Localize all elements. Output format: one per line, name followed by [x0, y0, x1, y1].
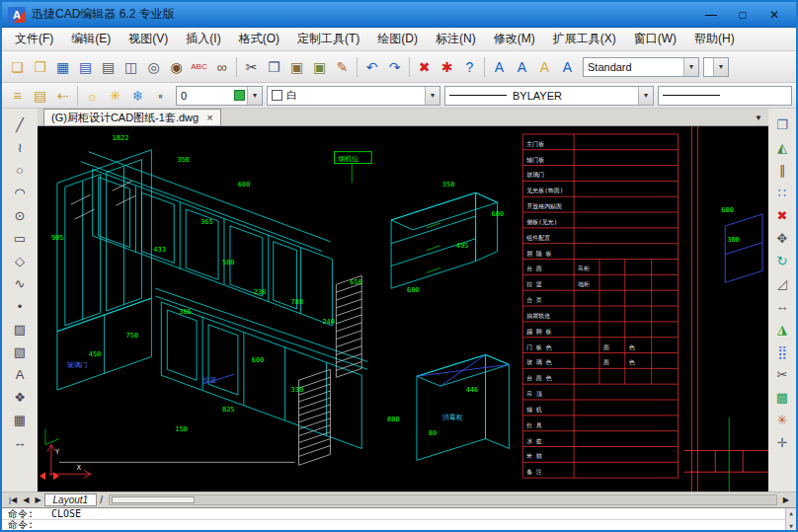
menu-item[interactable]: 文件(F) — [6, 28, 62, 50]
menu-item[interactable]: 标注(N) — [427, 28, 485, 50]
open-file-icon[interactable]: ❒ — [29, 56, 51, 78]
text-style-combo[interactable]: Standard ▾ — [583, 57, 699, 77]
minimize-button[interactable]: — — [695, 5, 727, 25]
spell-check-icon[interactable]: ABC — [188, 56, 210, 78]
find-icon[interactable]: ◉ — [165, 56, 188, 78]
menu-item[interactable]: 定制工具(T) — [288, 28, 368, 50]
sun-icon[interactable]: ✳ — [104, 85, 126, 107]
mirror-3d-icon[interactable]: ◮ — [770, 318, 794, 341]
dimension-icon[interactable]: ↔ — [8, 431, 32, 454]
close-button[interactable]: ✕ — [758, 5, 790, 25]
scroll-right-icon[interactable]: ▶ — [780, 495, 792, 504]
layer-lock-icon[interactable]: ▪ — [149, 85, 172, 107]
redo-icon[interactable]: ↷ — [383, 56, 406, 78]
text-edit-icon[interactable]: A — [556, 56, 579, 78]
stretch-icon[interactable]: ↔ — [770, 295, 794, 318]
menu-item[interactable]: 扩展工具(X) — [544, 28, 625, 50]
scroll-up-icon[interactable]: ▲ — [789, 509, 793, 516]
tab-nav-prev-icon[interactable]: ◀ — [20, 495, 32, 504]
table-icon[interactable]: ▦ — [8, 409, 32, 431]
save-all-icon[interactable]: ▤ — [74, 56, 97, 78]
text-style-icon[interactable]: A — [488, 56, 511, 78]
tab-list-icon[interactable]: ▼ — [755, 114, 762, 125]
block-icon[interactable]: ❖ — [8, 386, 32, 409]
freeze-icon[interactable]: ❄ — [126, 85, 149, 107]
polyline-icon[interactable]: ≀ — [8, 136, 32, 159]
text-align-combo[interactable]: ▾ — [703, 57, 729, 77]
linetype-combo[interactable]: BYLAYER ▾ — [444, 86, 654, 106]
menu-item[interactable]: 修改(M) — [485, 28, 544, 50]
cut-icon[interactable]: ✂ — [240, 56, 263, 78]
menu-item[interactable]: 插入(I) — [177, 28, 229, 50]
binoculars-icon[interactable]: ∞ — [210, 56, 233, 78]
spline-icon[interactable]: ∿ — [8, 272, 32, 295]
paste-icon[interactable]: ▣ — [285, 56, 308, 78]
region-icon[interactable]: ▩ — [770, 386, 794, 409]
light-bulb-icon[interactable]: ☼ — [81, 85, 104, 107]
menu-item[interactable]: 格式(O) — [230, 28, 288, 50]
save-icon[interactable]: ▦ — [51, 56, 74, 78]
menu-item[interactable]: 视图(V) — [120, 28, 177, 50]
purge-icon[interactable]: ✱ — [436, 56, 458, 78]
layout-tab[interactable]: Layout1 — [44, 494, 98, 506]
rotate-icon[interactable]: ↻ — [770, 250, 794, 272]
command-input-line[interactable]: 命令: — [2, 519, 796, 530]
menu-item[interactable]: 帮助(H) — [685, 28, 744, 50]
tab-nav-first-icon[interactable]: |◀ — [6, 495, 20, 504]
scale-icon[interactable]: ◿ — [770, 272, 794, 295]
menu-item[interactable]: 窗口(W) — [625, 28, 685, 50]
arc-icon[interactable]: ◠ — [8, 182, 32, 204]
trim-icon[interactable]: ✂ — [770, 363, 794, 386]
copy-object-icon[interactable]: ❐ — [770, 114, 794, 136]
new-file-icon[interactable]: ❏ — [6, 56, 29, 78]
color-combo[interactable]: 白 ▾ — [267, 86, 440, 106]
erase-icon[interactable]: ✖ — [770, 204, 794, 227]
pan-icon[interactable]: ✛ — [770, 431, 794, 454]
array-icon[interactable]: ∷ — [770, 182, 794, 204]
rectangle-icon[interactable]: ▭ — [8, 227, 32, 250]
layers-icon[interactable]: ≡ — [6, 85, 29, 107]
offset-icon[interactable]: ∥ — [770, 159, 794, 182]
paste-special-icon[interactable]: ▣ — [308, 56, 331, 78]
drawing-canvas[interactable]: 1822350600365905433500236780240650600366… — [38, 126, 768, 492]
mtext-icon[interactable]: A — [511, 56, 533, 78]
explode-icon[interactable]: ✳ — [770, 409, 794, 431]
hatch-icon[interactable]: ▨ — [8, 318, 32, 341]
text-icon[interactable]: A — [8, 363, 32, 386]
chevron-down-icon[interactable]: ▾ — [425, 87, 439, 105]
horizontal-scrollbar[interactable] — [109, 494, 777, 505]
layer-previous-icon[interactable]: ⇠ — [51, 85, 74, 107]
undo-icon[interactable]: ↶ — [360, 56, 383, 78]
layer-manager-icon[interactable]: ▤ — [29, 85, 51, 107]
chevron-down-icon[interactable]: ▾ — [638, 87, 653, 105]
print-icon[interactable]: ▤ — [97, 56, 120, 78]
line-icon[interactable]: ╱ — [8, 114, 32, 136]
array-grid-icon[interactable]: ⣿ — [770, 341, 794, 363]
print-preview-icon[interactable]: ◫ — [120, 56, 142, 78]
chevron-down-icon[interactable]: ▾ — [713, 58, 728, 76]
ellipse-icon[interactable]: ⊙ — [8, 204, 32, 227]
scrollbar-thumb[interactable] — [112, 496, 195, 503]
format-painter-icon[interactable]: ✎ — [331, 56, 354, 78]
text-color-icon[interactable]: A — [533, 56, 556, 78]
move-icon[interactable]: ✥ — [770, 227, 794, 250]
maximize-button[interactable]: □ — [727, 5, 758, 25]
tab-close-icon[interactable]: × — [206, 112, 212, 123]
chevron-down-icon[interactable]: ▾ — [247, 87, 262, 105]
circle-icon[interactable]: ○ — [8, 159, 32, 182]
document-tab[interactable]: (G)厨柜设计CAD图纸-1套.dwg × — [43, 109, 221, 125]
layer-combo[interactable]: 0 ▾ — [176, 86, 263, 106]
help-icon[interactable]: ? — [458, 56, 481, 78]
menu-item[interactable]: 绘图(D) — [368, 28, 427, 50]
tab-nav-next-icon[interactable]: ▶ — [32, 495, 43, 504]
command-scrollbar[interactable]: ▲ ▼ — [785, 508, 796, 530]
copy-icon[interactable]: ❐ — [263, 56, 285, 78]
point-icon[interactable]: • — [8, 295, 32, 318]
zoom-icon[interactable]: ◎ — [142, 56, 165, 78]
polygon-icon[interactable]: ◇ — [8, 250, 32, 272]
delete-icon[interactable]: ✖ — [413, 56, 436, 78]
gradient-icon[interactable]: ▧ — [8, 341, 32, 363]
scroll-down-icon[interactable]: ▼ — [789, 522, 793, 529]
chevron-down-icon[interactable]: ▾ — [683, 58, 698, 76]
lineweight-combo[interactable] — [658, 86, 792, 106]
